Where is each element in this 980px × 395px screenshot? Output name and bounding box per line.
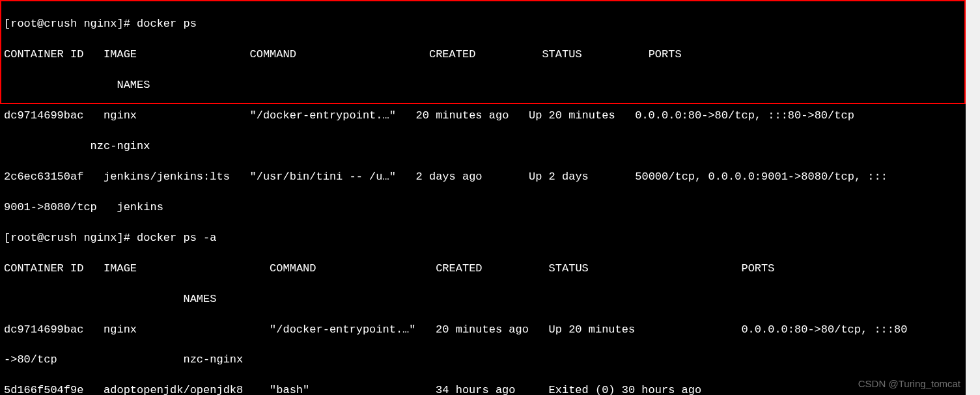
header-row-1: CONTAINER ID IMAGE COMMAND CREATED STATU… (4, 47, 976, 62)
ps1-row-1-name: 9001->8080/tcp jenkins (4, 200, 976, 215)
ps2-row-1: 5d166f504f9e adoptopenjdk/openjdk8 "bash… (4, 383, 976, 395)
ps1-row-1: 2c6ec63150af jenkins/jenkins:lts "/usr/b… (4, 169, 976, 184)
terminal[interactable]: [root@crush nginx]# docker ps CONTAINER … (0, 0, 980, 395)
col-created: CREATED (429, 48, 475, 61)
ps1-row-0: dc9714699bac nginx "/docker-entrypoint.…… (4, 108, 976, 123)
col-command: COMMAND (249, 48, 296, 61)
ps1-row-0-name: nzc-nginx (4, 139, 976, 154)
col-container-id: CONTAINER ID (4, 48, 83, 61)
header-row-2: CONTAINER ID IMAGE COMMAND CREATED STATU… (4, 261, 976, 276)
header-names-2: NAMES (4, 292, 976, 306)
watermark: CSDN @Turing_tomcat (858, 377, 960, 391)
scrollbar-gutter[interactable] (966, 0, 980, 395)
prompt-docker-ps-a: [root@crush nginx]# docker ps -a (4, 230, 976, 245)
col-ports: PORTS (649, 48, 682, 61)
col-names: NAMES (117, 79, 150, 91)
ps2-row-0: dc9714699bac nginx "/docker-entrypoint.…… (4, 322, 976, 337)
col-status: STATUS (542, 48, 581, 61)
prompt-docker-ps: [root@crush nginx]# docker ps (4, 16, 976, 31)
header-names-1: NAMES (4, 77, 976, 92)
col-image: IMAGE (104, 48, 137, 61)
ps2-row-0b: ->80/tcp nzc-nginx (4, 352, 976, 367)
